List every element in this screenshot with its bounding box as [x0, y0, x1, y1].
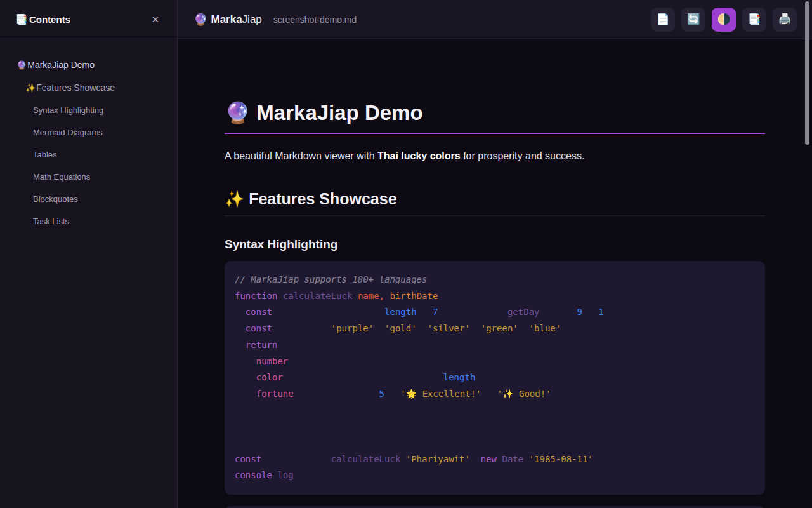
document-viewport: 🔮 MarkaJiap Demo A beautiful Markdown vi…	[178, 39, 812, 508]
sidebar-item-tables[interactable]: Tables	[0, 144, 177, 166]
new-document-button[interactable]: 📄	[651, 8, 675, 32]
theme-toggle-button[interactable]: 🌗	[712, 8, 736, 32]
crystal-ball-icon: 🔮	[16, 60, 27, 70]
sidebar-title: Contents	[29, 14, 70, 25]
sidebar-item-features-showcase[interactable]: ✨Features Showcase	[0, 76, 177, 99]
code-line	[235, 403, 755, 419]
app-header: 🔮 MarkaJiap screenshot-demo.md 📄🔄🌗📑🖨️	[178, 0, 812, 39]
code-line: const calculateLuck 'Phariyawit' new Dat…	[235, 451, 755, 468]
intro-text: A beautiful Markdown viewer with	[225, 150, 377, 161]
print-icon: 🖨️	[778, 13, 791, 26]
refresh-icon: 🔄	[686, 13, 700, 26]
toolbar: 📄🔄🌗📑🖨️	[651, 8, 797, 32]
logo-text-bold: Marka	[211, 13, 242, 25]
bookmark-tabs-icon: 📑	[15, 13, 28, 25]
code-line: const length 7 getDay 9 1	[235, 304, 755, 321]
sidebar-item-math-equations[interactable]: Math Equations	[0, 166, 177, 188]
open-filename: screenshot-demo.md	[273, 15, 357, 25]
contents-sidebar: 📑 Contents ✕ 🔮MarkaJiap Demo✨Features Sh…	[0, 0, 178, 508]
sidebar-item-label: Blockquotes	[33, 194, 78, 204]
code-line: // MarkaJiap supports 180+ languages	[235, 272, 755, 288]
intro-paragraph: A beautiful Markdown viewer with Thai lu…	[225, 149, 765, 163]
section-heading-features: ✨ Features Showcase	[225, 190, 765, 216]
sidebar-item-label: Mermaid Diagrams	[33, 128, 103, 137]
sidebar-item-label: Math Equations	[33, 172, 90, 182]
vertical-scrollbar-thumb[interactable]	[805, 1, 809, 145]
sidebar-item-label: Tables	[33, 150, 57, 159]
code-line: return	[235, 337, 755, 354]
sidebar-item-label: MarkaJiap Demo	[27, 60, 95, 70]
sidebar-item-markajiap-demo[interactable]: 🔮MarkaJiap Demo	[0, 53, 177, 76]
document-title: 🔮 MarkaJiap Demo	[225, 100, 765, 134]
intro-text-after: for prosperity and success.	[461, 150, 585, 161]
sparkles-icon: ✨	[25, 83, 36, 93]
new-document-icon: 📄	[656, 13, 669, 26]
sidebar-item-label: Syntax Highlighting	[33, 105, 103, 115]
code-line: console log	[235, 467, 755, 484]
theme-toggle-icon: 🌗	[717, 13, 730, 26]
code-line: const 'purple' 'gold' 'silver' 'green' '…	[235, 321, 755, 337]
print-button[interactable]: 🖨️	[773, 8, 797, 32]
copy-document-button[interactable]: 📑	[742, 8, 766, 32]
intro-bold-text: Thai lucky colors	[377, 150, 461, 161]
sidebar-item-mermaid-diagrams[interactable]: Mermaid Diagrams	[0, 121, 177, 144]
contents-nav: 🔮MarkaJiap Demo✨Features ShowcaseSyntax …	[0, 39, 177, 232]
code-line: fortune 5 '🌟 Excellent!' '✨ Good!'	[235, 386, 755, 403]
code-line	[235, 418, 755, 435]
rendered-markdown: 🔮 MarkaJiap Demo A beautiful Markdown vi…	[225, 100, 765, 508]
sidebar-item-blockquotes[interactable]: Blockquotes	[0, 188, 177, 210]
code-line: color length	[235, 370, 755, 386]
code-line: number	[235, 354, 755, 370]
code-line	[235, 435, 755, 451]
app-logo: 🔮 MarkaJiap	[193, 13, 262, 27]
sidebar-item-label: Features Showcase	[36, 83, 115, 93]
code-line: function calculateLuck name, birthDate	[235, 288, 755, 305]
copy-document-icon: 📑	[747, 13, 761, 26]
main-panel: 🔮 MarkaJiap screenshot-demo.md 📄🔄🌗📑🖨️ 🔮 …	[178, 0, 812, 508]
sidebar-item-task-lists[interactable]: Task Lists	[0, 210, 177, 232]
sidebar-item-label: Task Lists	[33, 217, 69, 226]
sidebar-header: 📑 Contents ✕	[0, 0, 177, 39]
crystal-ball-icon: 🔮	[193, 13, 207, 27]
close-icon: ✕	[151, 14, 159, 25]
logo-text-light: Jiap	[242, 13, 262, 25]
refresh-button[interactable]: 🔄	[681, 8, 705, 32]
sidebar-item-syntax-highlighting[interactable]: Syntax Highlighting	[0, 99, 177, 121]
javascript-code-block: // MarkaJiap supports 180+ languagesfunc…	[225, 261, 765, 495]
close-sidebar-button[interactable]: ✕	[150, 13, 160, 25]
subsection-heading-syntax: Syntax Highlighting	[225, 237, 765, 251]
